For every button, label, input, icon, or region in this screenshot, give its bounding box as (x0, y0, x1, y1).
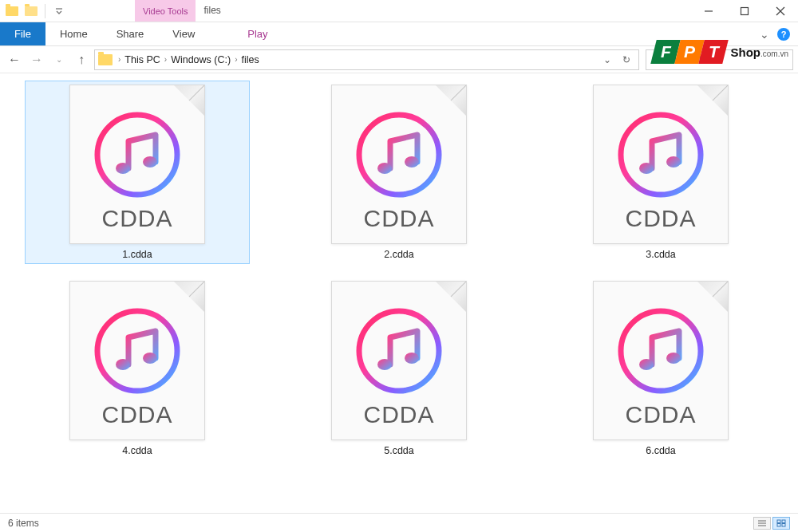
contextual-tab-video-tools[interactable]: Video Tools (135, 0, 196, 22)
file-ext-label: CDDA (101, 205, 172, 232)
file-ext-label: CDDA (625, 205, 696, 232)
refresh-icon[interactable]: ↻ (618, 54, 635, 65)
svg-rect-15 (777, 523, 780, 526)
chevron-right-icon: › (162, 55, 169, 64)
file-thumbnail: CDDA (69, 281, 205, 440)
file-list: CDDA1.cddaCDDA2.cddaCDDA3.cddaCDDA4.cdda… (0, 73, 798, 467)
music-note-icon (93, 307, 181, 395)
music-note-icon (355, 111, 443, 199)
qat-dropdown-icon[interactable] (52, 4, 66, 18)
up-button[interactable]: ↑ (72, 50, 91, 69)
file-thumbnail: CDDA (331, 85, 467, 244)
file-name: 2.cdda (384, 249, 414, 260)
folder-icon (5, 4, 19, 18)
file-item[interactable]: CDDA5.cdda (287, 278, 511, 459)
file-item[interactable]: CDDA6.cdda (549, 278, 772, 459)
file-thumbnail: CDDA (593, 281, 729, 440)
folder-icon (24, 4, 38, 18)
file-ext-label: CDDA (625, 401, 696, 428)
file-item[interactable]: CDDA3.cdda (549, 81, 772, 263)
help-icon[interactable]: ? (777, 28, 790, 41)
svg-rect-5 (741, 7, 748, 14)
file-thumbnail: CDDA (331, 281, 467, 440)
window-title: files (196, 0, 228, 22)
file-item[interactable]: CDDA1.cdda (26, 81, 249, 263)
window-controls (690, 0, 798, 22)
file-name: 4.cdda (122, 445, 152, 456)
file-thumbnail: CDDA (593, 85, 729, 244)
watermark-logo: F P T Shop.com.vn (654, 40, 788, 64)
ribbon-tab-view[interactable]: View (158, 22, 209, 45)
recent-locations-dropdown[interactable]: ⌄ (49, 50, 69, 69)
music-note-icon (617, 307, 705, 395)
music-note-icon (617, 111, 705, 199)
ribbon-tab-play[interactable]: Play (233, 22, 282, 45)
back-button[interactable]: ← (5, 50, 24, 69)
ribbon-tab-home[interactable]: Home (45, 22, 102, 45)
divider (45, 4, 45, 18)
music-note-icon (355, 307, 443, 395)
breadcrumb-segment[interactable]: Windows (C:) (171, 54, 231, 65)
breadcrumb-segment[interactable]: This PC (124, 54, 160, 65)
thumbnails-view-button[interactable] (772, 517, 790, 530)
chevron-right-icon: › (116, 55, 123, 64)
svg-rect-16 (782, 523, 785, 526)
chevron-right-icon: › (232, 55, 239, 64)
file-name: 6.cdda (646, 445, 676, 456)
maximize-button[interactable] (726, 0, 762, 22)
details-view-button[interactable] (753, 517, 771, 530)
file-name: 3.cdda (646, 249, 676, 260)
watermark-letter: T (699, 40, 729, 64)
address-bar[interactable]: › This PC › Windows (C:) › files ⌄ ↻ (94, 49, 639, 70)
ribbon-collapse-icon[interactable]: ⌄ (760, 28, 769, 41)
titlebar: Video Tools files (0, 0, 798, 22)
minimize-button[interactable] (690, 0, 726, 22)
forward-button[interactable]: → (27, 50, 46, 69)
svg-rect-14 (782, 520, 785, 523)
watermark-text: Shop.com.vn (730, 45, 788, 59)
svg-rect-13 (777, 520, 780, 523)
folder-icon (98, 54, 113, 65)
file-name: 5.cdda (384, 445, 414, 456)
file-ext-label: CDDA (363, 205, 434, 232)
status-bar: 6 items (0, 513, 798, 532)
file-ext-label: CDDA (363, 401, 434, 428)
close-button[interactable] (762, 0, 798, 22)
file-item[interactable]: CDDA2.cdda (287, 81, 511, 263)
item-count: 6 items (8, 518, 39, 529)
quick-access-toolbar (0, 0, 71, 22)
music-note-icon (93, 111, 181, 199)
file-thumbnail: CDDA (69, 85, 205, 244)
file-name: 1.cdda (122, 249, 152, 260)
ribbon-tab-share[interactable]: Share (102, 22, 159, 45)
ribbon-tab-file[interactable]: File (0, 22, 45, 45)
breadcrumb-segment[interactable]: files (242, 54, 259, 65)
file-ext-label: CDDA (101, 401, 172, 428)
file-item[interactable]: CDDA4.cdda (26, 278, 249, 459)
address-dropdown-icon[interactable]: ⌄ (598, 54, 616, 65)
